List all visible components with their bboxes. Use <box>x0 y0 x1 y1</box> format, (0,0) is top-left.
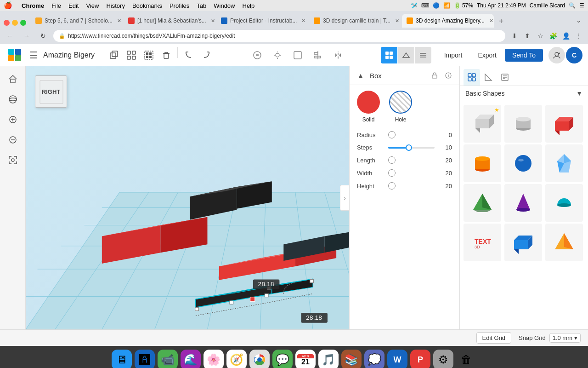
menu-bookmarks[interactable]: Bookmarks <box>132 2 162 9</box>
grid-view-btn[interactable] <box>381 47 397 63</box>
reload-btn[interactable]: ↻ <box>37 29 50 42</box>
import-btn[interactable]: Import <box>437 49 470 62</box>
dock-chrome[interactable] <box>249 350 270 368</box>
duplicate-btn[interactable] <box>106 47 122 63</box>
extensions-btn[interactable]: 🧩 <box>548 30 559 41</box>
dock-itunes[interactable]: 🎵 <box>318 350 339 368</box>
tab-5[interactable]: 3D design Amazing Bigery... ✕ <box>402 14 494 28</box>
shape-item-10[interactable]: TEXT 3D <box>464 224 501 261</box>
solid-option[interactable]: Solid <box>357 91 380 123</box>
shape-item-5[interactable] <box>504 144 542 182</box>
maximize-window-btn[interactable] <box>20 20 26 26</box>
tab-1[interactable]: Step 5, 6, and 7 | Schoolo... ✕ <box>31 14 123 28</box>
back-btn[interactable]: ← <box>4 29 17 42</box>
radius-circle-btn[interactable] <box>388 131 396 138</box>
dock-appstore[interactable]: 🅰 <box>135 350 155 368</box>
dock-calendar[interactable]: APR 21 <box>295 350 316 368</box>
forward-btn[interactable]: → <box>20 29 33 42</box>
tab-4-close[interactable]: ✕ <box>395 18 399 24</box>
menu-chrome[interactable]: Chrome <box>22 2 44 9</box>
steps-slider-track[interactable] <box>388 147 435 149</box>
shape-item-4[interactable] <box>464 144 501 182</box>
shape-item-11[interactable] <box>504 224 542 261</box>
menu-help[interactable]: Help <box>243 2 255 9</box>
shape-item-12[interactable] <box>545 224 583 261</box>
menu-window[interactable]: Window <box>214 2 235 9</box>
menu-history[interactable]: History <box>106 2 124 9</box>
zoom-out-btn[interactable] <box>4 131 22 149</box>
view-cube[interactable]: RIGHT <box>35 75 72 112</box>
shape-item-1[interactable]: ★ <box>464 105 501 143</box>
profile-btn[interactable]: 👤 <box>560 30 571 41</box>
edit-grid-btn[interactable]: Edit Grid <box>476 332 512 344</box>
panel-expand-btn[interactable]: › <box>340 185 349 211</box>
hole-option[interactable]: Hole <box>389 91 412 123</box>
dock-word[interactable]: W <box>387 350 407 368</box>
solid-circle[interactable] <box>357 91 380 114</box>
handle-3[interactable] <box>265 294 268 297</box>
close-window-btn[interactable] <box>4 20 10 26</box>
menu-edit[interactable]: Edit <box>68 2 79 9</box>
center-handle[interactable] <box>250 297 255 302</box>
apple-menu[interactable]: 🍎 <box>4 1 12 10</box>
dock-discord[interactable]: 💭 <box>364 350 384 368</box>
home-sidebar-btn[interactable] <box>4 70 22 88</box>
undo-btn[interactable] <box>181 47 197 63</box>
menu-view[interactable]: View <box>86 2 99 9</box>
shape-item-8[interactable] <box>504 184 542 222</box>
perspective-view-btn[interactable] <box>398 47 414 63</box>
dock-facetime[interactable]: 📹 <box>158 350 178 368</box>
length-circle-btn[interactable] <box>388 156 396 164</box>
handle-5[interactable] <box>310 280 314 283</box>
steps-slider-thumb[interactable] <box>406 144 412 151</box>
export-btn[interactable]: Export <box>470 49 503 62</box>
tab-1-close[interactable]: ✕ <box>117 18 121 24</box>
fit-view-btn[interactable] <box>4 151 22 169</box>
menu-profiles[interactable]: Profiles <box>170 2 189 9</box>
tab-3[interactable]: Project Editor - Instructab... ✕ <box>216 14 308 28</box>
library-dropdown-btn[interactable]: ▼ <box>576 90 582 97</box>
hole-circle[interactable] <box>389 91 412 114</box>
library-tab-angle[interactable] <box>480 69 497 86</box>
tab-2[interactable]: [1 hour] Mia & Sebastian's... ✕ <box>124 14 215 28</box>
orbit-sidebar-btn[interactable] <box>4 90 22 109</box>
shape-btn[interactable] <box>289 47 306 63</box>
shape-item-6[interactable] <box>545 144 583 182</box>
panel-collapse-btn[interactable]: ▲ <box>355 70 366 81</box>
align-btn[interactable] <box>310 47 326 63</box>
steps-control[interactable] <box>388 147 435 149</box>
snap-value-selector[interactable]: 1.0 mm ▾ <box>549 333 581 343</box>
list-view-btn[interactable] <box>415 47 431 63</box>
dock-siri[interactable]: 🌊 <box>181 350 201 368</box>
handle-2[interactable] <box>230 301 233 304</box>
shape-item-2[interactable] <box>504 105 542 143</box>
light-btn[interactable] <box>269 47 286 63</box>
hamburger-icon[interactable]: ☰ <box>29 50 38 61</box>
bookmark-btn[interactable]: ☆ <box>535 30 546 41</box>
library-tab-grid[interactable] <box>464 69 480 86</box>
settings-btn[interactable]: ⋮ <box>573 30 584 41</box>
dock-settings[interactable]: ⚙ <box>433 350 453 368</box>
dock-messages[interactable]: 💬 <box>272 350 293 368</box>
tinkercad-logo[interactable] <box>6 46 24 64</box>
group-btn[interactable] <box>123 47 140 63</box>
dock-safari[interactable]: 🧭 <box>226 350 247 368</box>
add-user-btn[interactable] <box>548 47 565 63</box>
tab-5-close[interactable]: ✕ <box>489 18 493 24</box>
menu-file[interactable]: File <box>51 2 61 9</box>
tab-expand-btn[interactable]: ⌄ <box>573 15 584 26</box>
dock-books[interactable]: 📚 <box>341 350 362 368</box>
handle-1[interactable] <box>195 307 199 310</box>
dock-photos[interactable]: 🌸 <box>204 350 224 368</box>
tab-4[interactable]: 3D design camille train | T... ✕ <box>309 14 401 28</box>
avatar-btn[interactable]: C <box>566 47 582 63</box>
tab-3-close[interactable]: ✕ <box>301 18 305 24</box>
download-btn[interactable]: ⬇ <box>509 30 520 41</box>
info-panel-btn[interactable] <box>443 70 454 81</box>
shape-item-3[interactable] <box>545 105 583 143</box>
dock-powerpoint[interactable]: P <box>410 350 430 368</box>
search-icon-menu[interactable]: 🔍 <box>569 2 576 9</box>
new-tab-btn[interactable]: + <box>495 15 508 28</box>
mirror-btn[interactable] <box>330 47 346 63</box>
minimize-window-btn[interactable] <box>12 20 18 26</box>
